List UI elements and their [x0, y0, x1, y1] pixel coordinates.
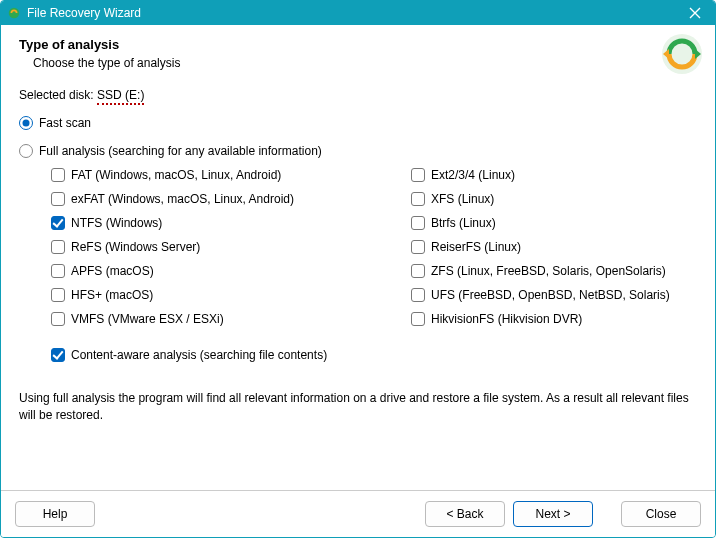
checkbox-icon [411, 264, 425, 278]
page-subtitle: Choose the type of analysis [33, 56, 697, 70]
checkbox-icon [411, 312, 425, 326]
checkbox-icon [51, 216, 65, 230]
filesystem-label: HikvisionFS (Hikvision DVR) [431, 312, 582, 326]
wizard-icon [659, 31, 705, 77]
selected-disk-link[interactable]: SSD (E:) [97, 88, 144, 105]
checkbox-icon [51, 168, 65, 182]
radio-icon [19, 144, 33, 158]
filesystem-grid: FAT (Windows, macOS, Linux, Android)Ext2… [51, 168, 697, 326]
checkbox-icon [51, 288, 65, 302]
filesystem-label: XFS (Linux) [431, 192, 494, 206]
filesystem-checkbox-btrfs[interactable]: Btrfs (Linux) [411, 216, 697, 230]
filesystem-checkbox-hikvision[interactable]: HikvisionFS (Hikvision DVR) [411, 312, 697, 326]
full-analysis-radio[interactable]: Full analysis (searching for any availab… [19, 144, 697, 158]
filesystem-label: exFAT (Windows, macOS, Linux, Android) [71, 192, 294, 206]
filesystem-label: UFS (FreeBSD, OpenBSD, NetBSD, Solaris) [431, 288, 670, 302]
checkbox-icon [51, 240, 65, 254]
selected-disk-row: Selected disk: SSD (E:) [19, 88, 697, 102]
checkbox-icon [411, 240, 425, 254]
filesystem-label: ReiserFS (Linux) [431, 240, 521, 254]
filesystem-checkbox-reiserfs[interactable]: ReiserFS (Linux) [411, 240, 697, 254]
checkbox-icon [411, 192, 425, 206]
content-aware-label: Content-aware analysis (searching file c… [71, 348, 327, 362]
filesystem-checkbox-ntfs[interactable]: NTFS (Windows) [51, 216, 411, 230]
filesystem-checkbox-vmfs[interactable]: VMFS (VMware ESX / ESXi) [51, 312, 411, 326]
wizard-content: Selected disk: SSD (E:) Fast scan Full a… [1, 82, 715, 424]
radio-icon [19, 116, 33, 130]
filesystem-checkbox-zfs[interactable]: ZFS (Linux, FreeBSD, Solaris, OpenSolari… [411, 264, 697, 278]
checkbox-icon [51, 312, 65, 326]
fast-scan-label: Fast scan [39, 116, 91, 130]
filesystem-label: FAT (Windows, macOS, Linux, Android) [71, 168, 281, 182]
filesystem-label: HFS+ (macOS) [71, 288, 153, 302]
checkbox-icon [411, 288, 425, 302]
full-analysis-label: Full analysis (searching for any availab… [39, 144, 322, 158]
help-button[interactable]: Help [15, 501, 95, 527]
filesystem-label: Btrfs (Linux) [431, 216, 496, 230]
wizard-header: Type of analysis Choose the type of anal… [1, 25, 715, 82]
filesystem-label: VMFS (VMware ESX / ESXi) [71, 312, 224, 326]
svg-point-0 [9, 8, 20, 19]
close-window-button[interactable] [681, 3, 709, 23]
checkbox-icon [411, 216, 425, 230]
checkbox-icon [51, 264, 65, 278]
wizard-footer: Help < Back Next > Close [1, 490, 715, 537]
filesystem-label: ZFS (Linux, FreeBSD, Solaris, OpenSolari… [431, 264, 666, 278]
filesystem-checkbox-hfs[interactable]: HFS+ (macOS) [51, 288, 411, 302]
fast-scan-radio[interactable]: Fast scan [19, 116, 697, 130]
app-icon [7, 6, 21, 20]
checkbox-icon [411, 168, 425, 182]
filesystem-label: NTFS (Windows) [71, 216, 162, 230]
window-title: File Recovery Wizard [27, 6, 681, 20]
filesystem-label: APFS (macOS) [71, 264, 154, 278]
close-button[interactable]: Close [621, 501, 701, 527]
filesystem-checkbox-apfs[interactable]: APFS (macOS) [51, 264, 411, 278]
filesystem-checkbox-exfat[interactable]: exFAT (Windows, macOS, Linux, Android) [51, 192, 411, 206]
checkbox-icon [51, 348, 65, 362]
selected-disk-label: Selected disk: [19, 88, 97, 102]
back-button[interactable]: < Back [425, 501, 505, 527]
info-text: Using full analysis the program will fin… [19, 390, 697, 424]
next-button[interactable]: Next > [513, 501, 593, 527]
filesystem-checkbox-refs[interactable]: ReFS (Windows Server) [51, 240, 411, 254]
filesystem-checkbox-fat[interactable]: FAT (Windows, macOS, Linux, Android) [51, 168, 411, 182]
filesystem-checkbox-ufs[interactable]: UFS (FreeBSD, OpenBSD, NetBSD, Solaris) [411, 288, 697, 302]
filesystem-checkbox-ext[interactable]: Ext2/3/4 (Linux) [411, 168, 697, 182]
filesystem-checkbox-xfs[interactable]: XFS (Linux) [411, 192, 697, 206]
checkbox-icon [51, 192, 65, 206]
filesystem-label: Ext2/3/4 (Linux) [431, 168, 515, 182]
page-heading: Type of analysis [19, 37, 697, 52]
titlebar: File Recovery Wizard [1, 1, 715, 25]
filesystem-label: ReFS (Windows Server) [71, 240, 200, 254]
content-aware-checkbox[interactable]: Content-aware analysis (searching file c… [51, 348, 697, 362]
